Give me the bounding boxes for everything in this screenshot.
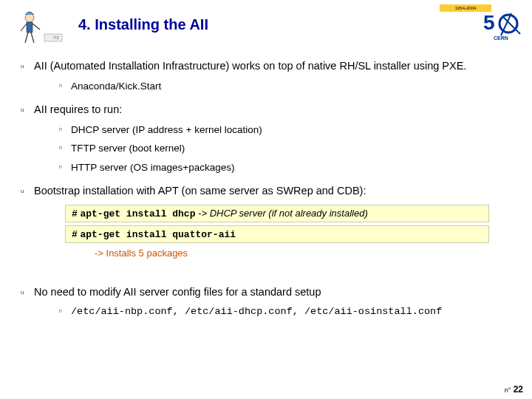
svg-rect-2: [27, 22, 33, 33]
bullet-4: u No need to modify AII server config fi…: [21, 285, 511, 300]
cern-50-logo: 5 CERN: [480, 4, 525, 41]
bullet-2-sub-2-text: TFTP server (boot kernel): [71, 142, 185, 155]
svg-line-4: [33, 24, 40, 30]
bullet-marker: u: [21, 184, 34, 194]
command-note: -> DHCP server (if not already installed…: [198, 208, 368, 219]
bullet-2-sub-1-text: DHCP server (IP address + kernel locatio…: [71, 123, 262, 137]
slide-title: 4. Installing the AII: [78, 16, 208, 33]
sub-bullet-marker: n: [59, 123, 71, 132]
bullet-1-sub-1-text: Anaconda/Kick.Start: [71, 80, 161, 93]
page-number: n° 22: [505, 384, 523, 395]
sub-bullet-marker: n: [59, 305, 71, 313]
bullet-1: u AII (Automated Installation Infrastruc…: [21, 59, 511, 74]
svg-line-3: [21, 24, 27, 31]
bullet-4-sub-1: n /etc/aii-nbp.conf, /etc/aii-dhcp.conf,…: [59, 305, 511, 318]
svg-line-5: [25, 33, 28, 43]
bullet-1-text: AII (Automated Installation Infrastructu…: [34, 59, 466, 74]
svg-text:5: 5: [483, 11, 495, 34]
bullet-marker: u: [21, 103, 34, 113]
svg-line-6: [31, 33, 34, 43]
bullet-1-sub-1: n Anaconda/Kick.Start: [59, 80, 511, 93]
bullet-2-text: AII requires to run:: [34, 103, 122, 117]
bullet-2-sub-3: n HTTP server (OS images+packages): [59, 161, 511, 174]
slide-header: 1954-2004 ITS 5 CERN 4. Installing the A…: [0, 0, 532, 44]
svg-text:CERN: CERN: [494, 35, 508, 41]
page-num-value: 22: [514, 384, 523, 395]
bullet-4-text: No need to modify AII server config file…: [34, 285, 321, 300]
prompt-hash: #: [72, 208, 78, 219]
bullet-4-sub-1-text: /etc/aii-nbp.conf, /etc/aii-dhcp.conf, /…: [71, 305, 442, 318]
svg-point-9: [499, 15, 517, 33]
bullet-marker: u: [21, 285, 34, 296]
mascot-logo: ITS: [7, 9, 66, 46]
prompt-hash: #: [72, 229, 78, 240]
code-box-2: # apt-get install quattor-aii: [65, 225, 489, 243]
command-text: apt-get install quattor-aii: [80, 229, 236, 240]
bullet-3-text: Bootstrap installation with APT (on same…: [34, 184, 366, 199]
sub-bullet-marker: n: [59, 80, 71, 88]
svg-text:ITS: ITS: [53, 35, 59, 40]
slide-content: u AII (Automated Installation Infrastruc…: [0, 44, 532, 318]
command-text: apt-get install dhcp: [80, 208, 195, 219]
page-prefix: n°: [505, 386, 511, 394]
bullet-3: u Bootstrap installation with APT (on sa…: [21, 184, 511, 199]
sub-bullet-marker: n: [59, 161, 71, 169]
bullet-2-sub-2: n TFTP server (boot kernel): [59, 142, 511, 155]
bullet-marker: u: [21, 59, 34, 69]
code-box-1: # apt-get install dhcp -> DHCP server (i…: [65, 205, 489, 222]
bullet-2: u AII requires to run:: [21, 103, 511, 117]
bullet-2-sub-1: n DHCP server (IP address + kernel locat…: [59, 123, 511, 137]
sub-bullet-marker: n: [59, 142, 71, 150]
bullet-2-sub-3-text: HTTP server (OS images+packages): [71, 161, 234, 174]
installs-note: -> Installs 5 packages: [95, 248, 511, 259]
